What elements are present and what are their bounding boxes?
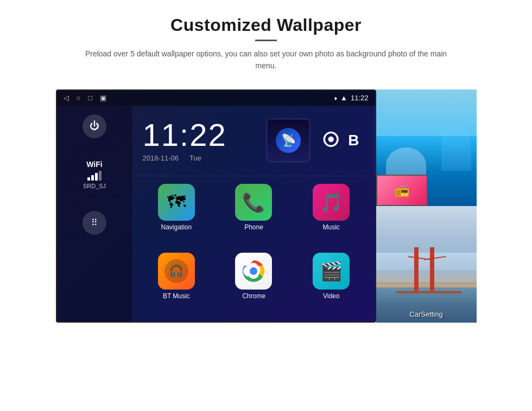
app-item-navigation[interactable]: 🗺 Navigation (141, 184, 213, 247)
bluetooth-icon: 🎧 (169, 264, 183, 278)
apps-grid-icon: ⠿ (91, 217, 98, 228)
chrome-app-icon (235, 253, 272, 290)
ki-media-letter: ⦿ (322, 131, 339, 151)
wifi-bars (83, 171, 106, 181)
screen-content: ⏻ WiFi SRD_SJ ⠿ (57, 106, 375, 323)
radio-signal-icon: 📡 (281, 133, 296, 147)
wifi-label: WiFi (83, 160, 106, 169)
pink-overlay-thumb: 📻 (376, 175, 428, 206)
bluetooth-circle: 🎧 (164, 259, 188, 283)
page-container: Customized Wallpaper Preload over 5 defa… (0, 0, 532, 411)
wifi-bar-2 (91, 175, 94, 181)
day-value: Tue (189, 154, 201, 162)
wifi-bar-3 (95, 173, 98, 181)
phone-icon: 📞 (242, 191, 265, 213)
app-item-music[interactable]: 🎵 Music (295, 184, 368, 247)
android-screen: ◁ ○ □ ▣ ♦ ▲ 11:22 ⏻ (56, 89, 376, 323)
page-subtitle: Preload over 5 default wallpaper options… (81, 48, 451, 72)
app-item-video[interactable]: 🎬 Video (295, 253, 368, 316)
navigation-icon: 🗺 (167, 191, 186, 213)
page-title: Customized Wallpaper (81, 15, 451, 35)
media-icons: 📡 ⦿ B (267, 119, 364, 162)
status-right: ♦ ▲ 11:22 (334, 94, 368, 102)
chrome-label: Chrome (242, 292, 265, 300)
music-app-icon: 🎵 (313, 184, 350, 221)
status-left: ◁ ○ □ ▣ (64, 94, 107, 102)
wallpaper-blue-ice[interactable]: 📻 (376, 89, 477, 206)
date-value: 2018-11-06 (143, 154, 179, 162)
center-area: 11:22 2018-11-06 Tue 📡 (133, 106, 375, 323)
wifi-bar-1 (87, 177, 90, 181)
title-divider (255, 40, 277, 41)
back-nav-icon[interactable]: ◁ (64, 94, 69, 102)
status-bar: ◁ ○ □ ▣ ♦ ▲ 11:22 (57, 91, 375, 106)
wifi-ssid: SRD_SJ (83, 183, 106, 189)
status-time: 11:22 (351, 94, 369, 102)
wallpaper-stack: 📻 (376, 89, 477, 323)
radio-pulse-ring: 📡 (276, 128, 301, 153)
location-icon: ♦ (334, 95, 337, 101)
device-area: ◁ ○ □ ▣ ♦ ▲ 11:22 ⏻ (56, 89, 477, 323)
app-item-phone[interactable]: 📞 Phone (218, 184, 290, 247)
app-item-bt-music[interactable]: 🎧 BT Music (141, 253, 213, 316)
screenshot-nav-icon[interactable]: ▣ (100, 94, 106, 102)
bridge-tower-right (430, 247, 434, 293)
clock-time: 11:22 (143, 119, 267, 151)
bridge-deck (396, 291, 461, 293)
wifi-widget[interactable]: WiFi SRD_SJ (83, 160, 106, 189)
app-grid: 🗺 Navigation 📞 Phone (133, 176, 375, 323)
video-icon: 🎬 (320, 260, 343, 282)
left-sidebar: ⏻ WiFi SRD_SJ ⠿ (57, 106, 133, 323)
bridge-tower-left (414, 247, 419, 293)
home-nav-icon[interactable]: ○ (77, 94, 81, 102)
bridge-fog (376, 253, 477, 282)
navigation-app-icon: 🗺 (158, 184, 195, 221)
bridge-bg (376, 206, 477, 323)
clock-section: 11:22 2018-11-06 Tue 📡 (133, 106, 375, 176)
radio-icon-box[interactable]: 📡 (267, 119, 310, 162)
app-item-chrome[interactable]: Chrome (218, 253, 290, 316)
phone-app-icon: 📞 (235, 184, 272, 221)
carsetting-label: CarSetting (376, 310, 477, 318)
wifi-bar-4 (99, 171, 102, 181)
title-section: Customized Wallpaper Preload over 5 defa… (81, 15, 451, 72)
wallpaper-golden-gate[interactable]: CarSetting (376, 206, 477, 323)
music-label: Music (322, 223, 339, 231)
recents-nav-icon[interactable]: □ (88, 94, 92, 102)
power-icon: ⏻ (90, 120, 99, 132)
phone-label: Phone (244, 223, 263, 231)
pink-thumb-icon: 📻 (395, 183, 409, 197)
video-label: Video (323, 292, 339, 300)
apps-drawer-button[interactable]: ⠿ (83, 211, 106, 235)
wifi-status-icon: ▲ (340, 94, 347, 102)
svg-point-2 (250, 267, 257, 275)
power-button[interactable]: ⏻ (83, 114, 106, 138)
b-media-letter: B (348, 132, 359, 149)
bt-music-label: BT Music (163, 292, 190, 300)
navigation-label: Navigation (161, 223, 192, 231)
chrome-icon-svg (242, 259, 265, 283)
video-app-icon: 🎬 (313, 253, 350, 290)
clock-info: 11:22 2018-11-06 Tue (143, 119, 267, 162)
bt-music-app-icon: 🎧 (158, 253, 195, 290)
music-icon: 🎵 (320, 191, 343, 213)
clock-date: 2018-11-06 Tue (143, 154, 267, 162)
